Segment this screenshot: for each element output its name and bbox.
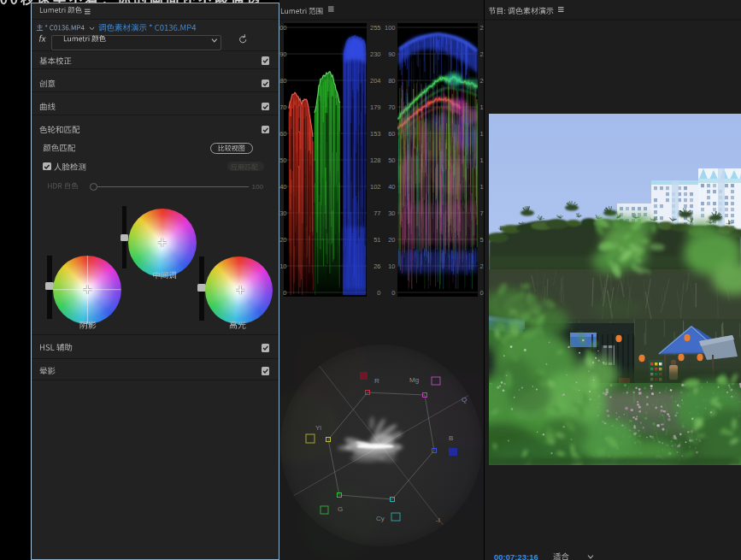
svg-text:40: 40 — [279, 183, 286, 191]
svg-text:60: 60 — [388, 130, 395, 138]
svg-text:G: G — [338, 505, 343, 513]
svg-text:26: 26 — [480, 262, 485, 270]
svg-text:50: 50 — [388, 156, 395, 164]
svg-text:153: 153 — [480, 130, 485, 138]
svg-text:102: 102 — [370, 183, 381, 191]
svg-text:80: 80 — [388, 77, 395, 85]
svg-text:B: B — [449, 434, 453, 442]
svg-text:102: 102 — [480, 183, 485, 191]
svg-text:77: 77 — [373, 209, 380, 217]
svg-text:255: 255 — [480, 24, 485, 32]
svg-text:0: 0 — [480, 289, 484, 297]
svg-text:0: 0 — [283, 289, 286, 297]
svg-text:50: 50 — [279, 156, 286, 164]
svg-text:204: 204 — [370, 77, 381, 85]
svg-text:60: 60 — [279, 130, 286, 138]
svg-text:255: 255 — [370, 24, 381, 32]
svg-text:100: 100 — [279, 24, 287, 32]
svg-text:0: 0 — [377, 289, 380, 297]
svg-text:230: 230 — [370, 50, 381, 58]
svg-text:R: R — [374, 377, 379, 385]
svg-text:70: 70 — [279, 103, 286, 111]
svg-text:51: 51 — [373, 236, 380, 244]
svg-text:230: 230 — [480, 50, 485, 58]
svg-text:Q: Q — [462, 396, 467, 404]
svg-text:20: 20 — [279, 236, 286, 244]
svg-text:90: 90 — [279, 50, 286, 58]
svg-text:30: 30 — [279, 209, 286, 217]
svg-text:10: 10 — [279, 262, 286, 270]
svg-text:10: 10 — [388, 262, 395, 270]
svg-text:100: 100 — [385, 24, 396, 32]
svg-text:128: 128 — [480, 156, 485, 164]
svg-text:Yl: Yl — [315, 424, 321, 432]
svg-text:90: 90 — [388, 50, 395, 58]
svg-text:128: 128 — [370, 156, 381, 164]
svg-text:00:07:23:16: 00:07:23:16 — [494, 552, 538, 560]
svg-text:70: 70 — [388, 103, 395, 111]
svg-text:51: 51 — [480, 236, 485, 244]
svg-text:26: 26 — [373, 262, 380, 270]
svg-text:20: 20 — [388, 236, 395, 244]
svg-text:179: 179 — [370, 103, 381, 111]
svg-text:-I: -I — [436, 516, 440, 524]
svg-text:204: 204 — [480, 77, 485, 85]
svg-text:30: 30 — [388, 209, 395, 217]
svg-text:80: 80 — [279, 77, 286, 85]
svg-text:153: 153 — [370, 130, 381, 138]
svg-text:77: 77 — [480, 209, 485, 217]
svg-text:Cy: Cy — [376, 515, 385, 522]
svg-text:179: 179 — [480, 103, 485, 111]
svg-text:40: 40 — [388, 183, 395, 191]
svg-text:0: 0 — [391, 289, 395, 297]
svg-text:Mg: Mg — [409, 376, 419, 384]
